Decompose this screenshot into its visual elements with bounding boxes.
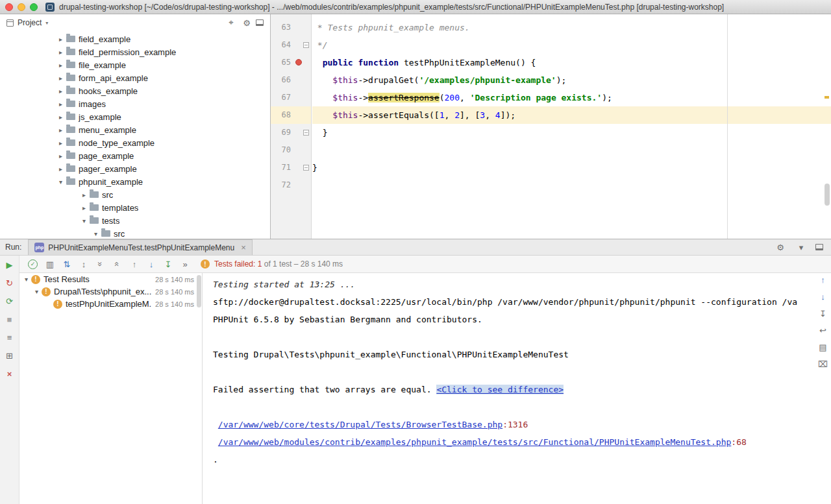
folder-icon xyxy=(66,101,75,107)
prev-occurrence-button[interactable]: ↑ xyxy=(817,274,829,285)
test-console[interactable]: Testing started at 13:25 ...sftp://docke… xyxy=(202,273,815,504)
settings-gear-button[interactable]: ⚙ xyxy=(240,18,253,28)
code-area[interactable]: * Tests phpunit_example menus. */ public… xyxy=(312,19,831,194)
sort-alphabetically-button[interactable]: ↕ xyxy=(76,257,92,271)
restore-layout-button[interactable]: ⊞ xyxy=(3,349,17,362)
chevron-icon: ▸ xyxy=(57,152,64,160)
fold-marker-icon[interactable] xyxy=(303,42,309,48)
file-link[interactable]: /var/www/web/modules/contrib/examples/ph… xyxy=(218,437,732,447)
next-failed-test-button[interactable]: ↓ xyxy=(143,257,159,271)
warning-stripe-mark[interactable] xyxy=(825,96,829,99)
hide-panel-button[interactable] xyxy=(256,19,264,26)
project-tree-item[interactable]: ▸field_permission_example xyxy=(0,45,270,58)
window-title: drupal-testing-workshop [~/Code/os/drupa… xyxy=(59,3,826,12)
run-tab[interactable]: php PHPUnitExampleMenuTest.testPhpUnitEx… xyxy=(28,239,252,255)
project-tree-item[interactable]: ▸menu_example xyxy=(0,123,270,136)
project-tree-item[interactable]: ▸hooks_example xyxy=(0,84,270,97)
project-tree-item[interactable]: ▾phpunit_example xyxy=(0,175,270,188)
test-results-tree: ▾!Test Results28 s 140 ms▾!Drupal\Tests\… xyxy=(20,273,202,504)
track-running-test-button[interactable]: ▥ xyxy=(42,257,58,271)
close-tab-icon[interactable]: × xyxy=(241,243,246,252)
project-tree-item[interactable]: ▸js_example xyxy=(0,110,270,123)
project-tree-item[interactable]: ▸pager_example xyxy=(0,162,270,175)
next-occurrence-button[interactable]: ↓ xyxy=(817,291,829,302)
project-tree-item[interactable]: ▸form_api_example xyxy=(0,71,270,84)
caret-down-icon[interactable]: ▾ xyxy=(795,243,808,252)
project-tree-item[interactable]: ▸file_example xyxy=(0,58,270,71)
tree-scrollbar-thumb[interactable] xyxy=(197,275,201,307)
tree-item-label: src xyxy=(114,229,125,239)
tree-item-label: js_example xyxy=(79,112,121,122)
code-token: '/examples/phpunit-example' xyxy=(419,75,556,85)
rerun-failed-tests-button[interactable]: ↻ xyxy=(3,276,17,289)
close-button[interactable]: × xyxy=(3,367,17,380)
project-tree-item[interactable]: ▸node_type_example xyxy=(0,136,270,149)
import-test-results-button[interactable]: ↧ xyxy=(160,257,176,271)
code-line[interactable]: * Tests phpunit_example menus. xyxy=(312,19,831,36)
editor-scrollbar-thumb[interactable] xyxy=(825,184,830,206)
fold-marker-icon[interactable] xyxy=(303,165,309,171)
test-tree-item[interactable]: ▾!Drupal\Tests\phpunit_ex...28 s 140 ms xyxy=(20,285,202,298)
collapse-all-button[interactable]: « xyxy=(110,256,125,272)
sort-by-duration-button[interactable]: ⇅ xyxy=(59,257,75,271)
project-tree-item[interactable]: ▸images xyxy=(0,97,270,110)
show-console-button[interactable]: ≡ xyxy=(3,331,17,344)
chevron-icon: ▾ xyxy=(23,276,30,283)
rerun-button[interactable]: ▶ xyxy=(3,258,17,271)
code-line[interactable] xyxy=(312,176,831,194)
test-failed-gutter-icon[interactable] xyxy=(295,59,302,66)
code-line[interactable]: */ xyxy=(312,36,831,54)
code-line[interactable]: $this->assertResponse(200, 'Description … xyxy=(312,89,831,106)
editor[interactable]: 63646566676869707172 * Tests phpunit_exa… xyxy=(271,14,831,239)
code-token: $this xyxy=(332,110,358,120)
hide-passed-button[interactable]: ✓ xyxy=(28,259,38,269)
code-line[interactable]: public function testPhpUnitExampleMenu()… xyxy=(312,54,831,71)
project-tree-item[interactable]: ▸src xyxy=(0,188,270,201)
overflow-chevron-icon[interactable]: » xyxy=(177,257,193,271)
folder-icon xyxy=(66,139,75,146)
fold-marker-icon[interactable] xyxy=(303,130,309,136)
code-token: 'Description page exists.' xyxy=(470,93,602,102)
test-tree-item[interactable]: ▾!Test Results28 s 140 ms xyxy=(20,273,202,285)
folder-icon xyxy=(66,49,75,55)
stop-button[interactable]: ■ xyxy=(3,313,17,326)
chevron-icon: ▸ xyxy=(81,191,88,198)
print-button[interactable]: ▤ xyxy=(817,342,829,353)
code-line[interactable]: } xyxy=(312,159,831,176)
project-tree-item[interactable]: ▾src xyxy=(0,227,270,239)
project-view-selector[interactable]: Project xyxy=(18,18,42,27)
run-tool-window: Run: php PHPUnitExampleMenuTest.testPhpU… xyxy=(0,239,831,504)
project-tree-item[interactable]: ▸page_example xyxy=(0,149,270,162)
code-token: ], [ xyxy=(460,110,480,120)
test-tree-item[interactable]: !testPhpUnitExampleM...28 s 140 ms xyxy=(20,298,202,310)
clear-console-button[interactable]: ⌧ xyxy=(817,359,829,370)
chevron-icon: ▸ xyxy=(57,49,64,56)
project-tree-item[interactable]: ▸field_example xyxy=(0,32,270,45)
previous-failed-test-button[interactable]: ↑ xyxy=(127,257,142,271)
diff-link[interactable]: <Click to see difference> xyxy=(436,385,564,394)
toggle-auto-test-button[interactable]: ⟳ xyxy=(3,294,17,307)
file-link[interactable]: /var/www/web/core/tests/Drupal/Tests/Bro… xyxy=(218,420,502,429)
code-line[interactable]: $this->assertEquals([1, 2], [3, 4]); xyxy=(312,106,831,124)
code-line[interactable] xyxy=(312,141,831,159)
scroll-from-source-button[interactable]: ⌖ xyxy=(225,18,238,28)
project-tree-item[interactable]: ▾tests xyxy=(0,214,270,227)
code-token: */ xyxy=(312,40,327,50)
zoom-window-button[interactable] xyxy=(30,3,38,11)
console-text xyxy=(213,437,218,447)
gutter-line: 68 xyxy=(271,106,311,124)
project-tree: ▸field_example▸field_permission_example▸… xyxy=(0,32,270,239)
test-item-duration: 28 s 140 ms xyxy=(151,300,194,308)
scroll-to-end-button[interactable]: ↧ xyxy=(817,308,829,319)
close-window-button[interactable] xyxy=(5,3,13,11)
code-line[interactable]: $this->drupalGet('/examples/phpunit-exam… xyxy=(312,71,831,89)
minimize-window-button[interactable] xyxy=(18,3,25,11)
settings-gear-button[interactable]: ⚙ xyxy=(774,243,787,252)
project-tree-item[interactable]: ▸templates xyxy=(0,201,270,214)
hide-panel-button[interactable] xyxy=(815,244,823,250)
code-token: 4 xyxy=(495,110,501,120)
code-line[interactable]: } xyxy=(312,124,831,141)
soft-wrap-button[interactable]: ↩ xyxy=(817,325,829,336)
expand-all-button[interactable]: » xyxy=(93,256,108,272)
folder-icon xyxy=(90,204,99,211)
